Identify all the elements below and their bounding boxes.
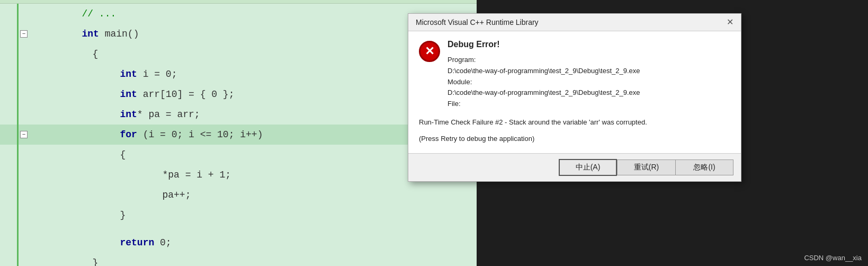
dialog-body: ✕ Debug Error! Program: D:\code\the-way-…	[408, 31, 741, 153]
program-path: D:\code\the-way-of-programming\test_2_9\…	[448, 67, 640, 75]
dialog-close-button[interactable]: ✕	[727, 18, 733, 26]
error-info: Program: D:\code\the-way-of-programming\…	[448, 55, 640, 110]
file-label: File:	[448, 100, 461, 108]
module-label: Module:	[448, 78, 472, 86]
line-gutter-14	[0, 259, 32, 266]
line-gutter-13	[0, 239, 32, 246]
press-retry-text: (Press Retry to debug the application)	[419, 135, 730, 143]
line-content-14: }	[32, 233, 98, 266]
dialog-error-row: ✕ Debug Error! Program: D:\code\the-way-…	[419, 40, 730, 110]
program-label: Program:	[448, 56, 476, 64]
watermark: CSDN @wan__xia	[804, 254, 862, 262]
collapse-btn-7[interactable]: −	[20, 131, 28, 138]
error-title: Debug Error!	[448, 40, 640, 49]
line-gutter-8	[0, 151, 32, 158]
code-line-14: }	[0, 253, 477, 266]
collapse-btn-2[interactable]: −	[20, 30, 28, 38]
ignore-button[interactable]: 忽略(I)	[675, 159, 733, 175]
line-gutter-2: −	[0, 30, 32, 38]
line-gutter-1: −	[0, 10, 32, 17]
error-dialog: Microsoft Visual C++ Runtime Library ✕ ✕…	[408, 13, 741, 182]
abort-button[interactable]: 中止(A)	[559, 159, 617, 176]
error-message: Run-Time Check Failure #2 - Stack around…	[419, 117, 730, 128]
line-gutter-4	[0, 70, 32, 78]
dialog-title: Microsoft Visual C++ Runtime Library	[416, 18, 539, 26]
dialog-titlebar: Microsoft Visual C++ Runtime Library ✕	[408, 14, 741, 31]
line-gutter-7: −	[0, 131, 32, 138]
right-area: Microsoft Visual C++ Runtime Library ✕ ✕…	[477, 0, 868, 266]
retry-button[interactable]: 重试(R)	[617, 159, 675, 175]
line-gutter-10	[0, 191, 32, 199]
dialog-text-block: Debug Error! Program: D:\code\the-way-of…	[448, 40, 640, 110]
line-gutter-3: −	[0, 50, 32, 58]
line-gutter-9	[0, 171, 32, 179]
module-path: D:\code\the-way-of-programming\test_2_9\…	[448, 88, 640, 96]
line-gutter-6	[0, 111, 32, 118]
code-editor: − // ... − int main() − {	[0, 0, 477, 266]
code-lines: − // ... − int main() − {	[0, 4, 477, 266]
dialog-footer: 中止(A) 重试(R) 忽略(I)	[408, 153, 741, 181]
line-gutter-11	[0, 211, 32, 219]
line-gutter-5	[0, 91, 32, 98]
error-icon: ✕	[419, 41, 440, 62]
